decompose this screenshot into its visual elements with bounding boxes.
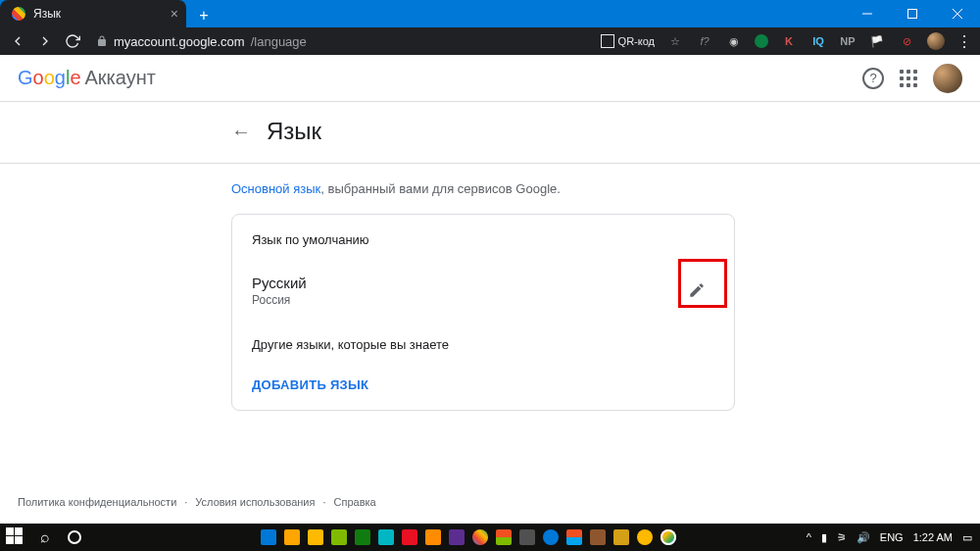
forward-icon[interactable] [35,31,55,51]
taskbar-app-icon[interactable] [661,529,676,545]
qr-extension[interactable]: QR-код [601,34,655,48]
edit-language-button[interactable] [673,267,720,314]
language-region: Россия [252,293,307,307]
default-language-label: Язык по умолчанию [252,232,714,247]
account-label: Аккаунт [85,67,156,89]
search-icon[interactable]: ⌕ [35,527,55,547]
url-display[interactable]: myaccount.google.com/language [96,34,307,49]
taskbar-pinned [261,529,676,545]
taskbar-left: ⌕ [0,527,84,547]
taskbar-app-icon[interactable] [543,529,559,545]
content-area: ← Язык Основной язык, выбранный вами для… [0,102,980,411]
reload-icon[interactable] [63,31,82,51]
taskbar-app-icon[interactable] [378,529,394,545]
page-title: Язык [267,118,321,145]
page-footer: Политика конфиденциальности · Условия ис… [18,496,376,508]
tab-close-icon[interactable]: × [171,6,178,22]
taskbar-app-icon[interactable] [566,529,582,545]
footer-help-link[interactable]: Справка [334,496,376,508]
language-info: Русский Россия [252,275,307,307]
windows-taskbar: ⌕ ^ ▮ ⚞ 🔊 ENG 1:22 AM ▭ [0,524,980,551]
new-tab-button[interactable]: + [192,4,216,27]
tray-chevron-icon[interactable]: ^ [807,531,811,543]
block-icon[interactable]: ⊘ [898,32,915,50]
battery-icon[interactable]: ▮ [821,531,827,544]
flag-icon[interactable]: 🏳️ [868,32,886,50]
taskbar-app-icon[interactable] [261,529,276,545]
account-avatar[interactable] [933,64,962,93]
taskbar-app-icon[interactable] [425,529,441,545]
taskbar-app-icon[interactable] [590,529,606,545]
taskbar-app-icon[interactable] [331,529,347,545]
tab-title: Язык [33,7,61,21]
window-controls [845,0,980,27]
profile-avatar-icon[interactable] [927,32,945,50]
extension-green-icon[interactable] [755,34,768,48]
add-language-button[interactable]: ДОБАВИТЬ ЯЗЫК [252,377,714,392]
taskbar-app-icon[interactable] [449,529,465,545]
taskbar-app-icon[interactable] [496,529,512,545]
extension-icon[interactable]: f? [696,32,713,50]
google-header: Google Аккаунт ? [0,55,980,102]
maximize-button[interactable] [890,0,935,27]
primary-language-link[interactable]: Основной язык [231,181,320,196]
taskbar-app-icon[interactable] [284,529,300,545]
page-description: Основной язык, выбранный вами для сервис… [231,181,735,196]
address-bar: myaccount.google.com/language QR-код ☆ f… [0,27,980,55]
language-name: Русский [252,275,307,291]
volume-icon[interactable]: 🔊 [857,531,870,544]
taskbar-app-icon[interactable] [308,529,323,545]
url-path: /language [251,34,307,49]
pencil-icon [688,281,706,299]
language-indicator[interactable]: ENG [880,531,904,543]
content-inner: Основной язык, выбранный вами для сервис… [231,164,735,411]
url-host: myaccount.google.com [114,34,245,49]
language-row: Русский Россия [252,267,714,314]
svg-rect-1 [908,10,917,19]
start-button[interactable] [6,527,25,547]
taskbar-app-icon[interactable] [613,529,629,545]
clock[interactable]: 1:22 AM [913,531,953,543]
taskbar-app-icon[interactable] [355,529,370,545]
google-logo[interactable]: Google [18,67,81,89]
tab-strip: Язык × + [0,0,216,27]
back-arrow-icon[interactable]: ← [231,121,251,143]
cortana-icon[interactable] [65,527,84,547]
extension-np-icon[interactable]: NP [839,32,857,50]
taskbar-app-icon[interactable] [472,529,488,545]
star-icon[interactable]: ☆ [666,32,684,50]
qr-label: QR-код [618,35,655,47]
desc-rest: , выбранный вами для сервисов Google. [320,181,561,196]
minimize-button[interactable] [845,0,890,27]
wifi-icon[interactable]: ⚞ [837,531,847,544]
tab-favicon-icon [12,7,25,21]
camera-icon[interactable]: ◉ [725,32,743,50]
footer-privacy-link[interactable]: Политика конфиденциальности [18,496,176,508]
lock-icon [96,35,108,47]
browser-menu-icon[interactable]: ⋮ [956,32,972,51]
footer-terms-link[interactable]: Условия использования [195,496,315,508]
header-right: ? [862,64,962,93]
taskbar-app-icon[interactable] [519,529,535,545]
other-languages-label: Другие языки, которые вы знаете [252,337,714,352]
extension-k-icon[interactable]: K [780,32,798,50]
close-button[interactable] [935,0,980,27]
help-icon[interactable]: ? [862,68,884,89]
qr-icon [601,34,614,48]
apps-grid-icon[interactable] [900,70,917,87]
address-bar-right: QR-код ☆ f? ◉ K IQ NP 🏳️ ⊘ ⋮ [601,32,972,51]
extension-iq-icon[interactable]: IQ [809,32,827,50]
browser-tab[interactable]: Язык × [0,0,186,27]
page-heading-row: ← Язык [231,118,980,145]
system-tray: ^ ▮ ⚞ 🔊 ENG 1:22 AM ▭ [807,531,980,544]
back-icon[interactable] [8,31,27,51]
window-titlebar: Язык × + [0,0,980,27]
language-card: Язык по умолчанию Русский Россия Другие … [231,214,735,411]
taskbar-app-icon[interactable] [402,529,417,545]
notifications-icon[interactable]: ▭ [962,531,972,544]
taskbar-app-icon[interactable] [637,529,653,545]
